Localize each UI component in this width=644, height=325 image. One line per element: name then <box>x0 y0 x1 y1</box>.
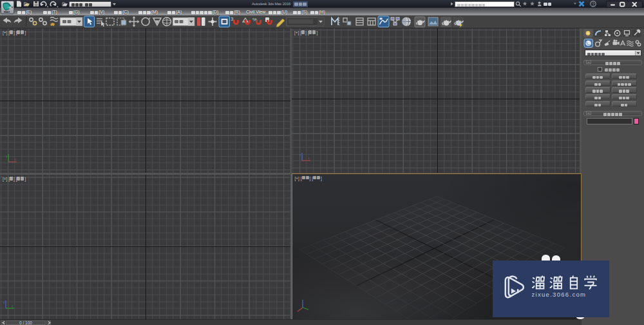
svg-text:x: x <box>14 157 16 161</box>
svg-text:y: y <box>12 304 14 308</box>
svg-text:y: y <box>6 154 8 158</box>
svg-text:x: x <box>308 156 310 160</box>
svg-text:?: ? <box>592 2 594 6</box>
svg-text:z: z <box>299 153 301 157</box>
svg-text:z: z <box>3 300 5 304</box>
svg-text:MAX: MAX <box>4 10 10 14</box>
